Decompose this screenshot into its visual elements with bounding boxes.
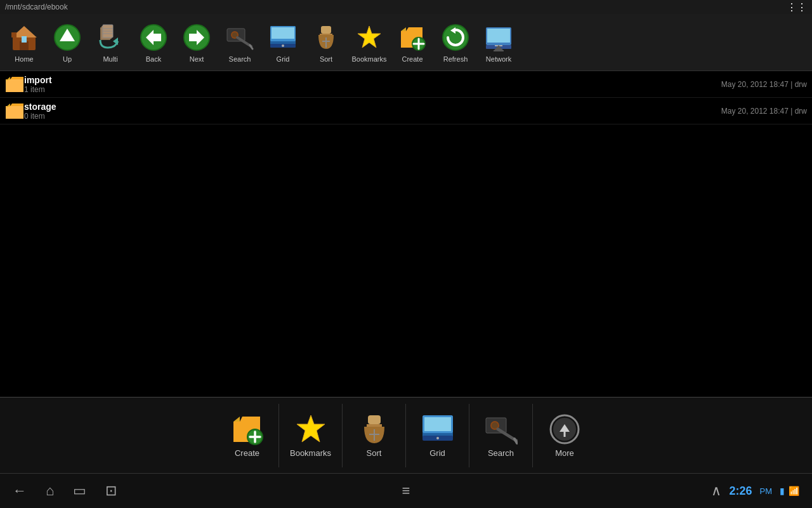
- svg-rect-49: [367, 424, 382, 427]
- multi-button[interactable]: Multi: [89, 16, 132, 69]
- search-toolbar-icon: [225, 22, 255, 53]
- svg-rect-39: [487, 29, 510, 43]
- folder-icon: [5, 102, 24, 120]
- sort-toolbar-icon: [311, 22, 341, 53]
- nav-screenshot-button[interactable]: ⊡: [105, 483, 117, 499]
- current-path: /mnt/sdcard/ebook: [5, 3, 68, 11]
- bookmarks-toolbar-icon: [354, 22, 384, 53]
- bookmarks-bottom-icon: [294, 413, 327, 446]
- nav-home-button[interactable]: ⌂: [46, 483, 54, 499]
- svg-marker-47: [297, 415, 325, 442]
- svg-rect-25: [272, 27, 294, 39]
- more-bottom-icon: [548, 413, 581, 446]
- svg-point-27: [282, 44, 284, 47]
- sort-bottom-button[interactable]: Sort: [343, 404, 406, 467]
- search-bottom-label: Search: [488, 448, 514, 458]
- create-toolbar-button[interactable]: Create: [391, 16, 434, 69]
- next-icon: [181, 22, 212, 53]
- file-count: 0 item: [24, 112, 721, 121]
- bookmarks-bottom-label: Bookmarks: [290, 448, 331, 458]
- create-toolbar-icon: [397, 22, 428, 53]
- svg-rect-2: [20, 41, 29, 50]
- table-row[interactable]: storage 0 item May 20, 2012 18:47 | drw: [0, 98, 812, 124]
- grid-toolbar-label: Grid: [277, 55, 290, 63]
- home-label: Home: [15, 55, 33, 63]
- svg-marker-32: [358, 26, 381, 48]
- create-bottom-button[interactable]: Create: [216, 404, 279, 467]
- file-info: storage 0 item: [24, 102, 721, 121]
- home-icon: [9, 22, 39, 53]
- multi-icon: [95, 22, 126, 53]
- back-button[interactable]: Back: [132, 16, 175, 69]
- file-name: storage: [24, 102, 721, 112]
- svg-point-59: [492, 422, 498, 429]
- grid-bottom-button[interactable]: Grid: [406, 404, 469, 467]
- nav-back-button[interactable]: ←: [13, 483, 27, 499]
- refresh-toolbar-label: Refresh: [443, 55, 468, 63]
- file-meta: May 20, 2012 18:47 | drw: [721, 80, 807, 89]
- network-toolbar-button[interactable]: Network: [477, 16, 520, 69]
- refresh-toolbar-icon: [440, 22, 471, 53]
- signal-icon: 📶: [789, 486, 799, 496]
- up-button[interactable]: Up: [46, 16, 89, 69]
- folder-icon: [5, 76, 24, 93]
- next-button[interactable]: Next: [175, 16, 218, 69]
- file-list: import 1 item May 20, 2012 18:47 | drw s…: [0, 71, 812, 397]
- sort-toolbar-button[interactable]: Sort: [304, 16, 348, 69]
- home-button[interactable]: Home: [3, 16, 46, 69]
- svg-point-56: [436, 437, 439, 439]
- svg-rect-28: [321, 26, 331, 34]
- top-toolbar: Home Up Multi: [0, 14, 812, 71]
- nav-recents-button[interactable]: ▭: [73, 483, 86, 499]
- menu-icon[interactable]: ⋮⋮: [787, 1, 807, 13]
- clock: 2:26: [729, 485, 752, 498]
- bottom-bar: Create Bookmarks Sort: [0, 397, 812, 473]
- create-bottom-label: Create: [235, 448, 259, 458]
- sort-bottom-icon: [358, 413, 391, 446]
- bookmarks-bottom-button[interactable]: Bookmarks: [279, 404, 343, 467]
- search-bottom-icon: [485, 413, 518, 446]
- file-info: import 1 item: [24, 75, 721, 94]
- file-name: import: [24, 75, 721, 85]
- back-label: Back: [146, 55, 161, 63]
- svg-rect-54: [424, 417, 451, 431]
- clock-ampm: PM: [760, 486, 773, 496]
- up-icon: [52, 22, 82, 53]
- network-toolbar-label: Network: [486, 55, 511, 63]
- nav-left: ← ⌂ ▭ ⊡: [13, 483, 117, 499]
- grid-toolbar-button[interactable]: Grid: [261, 16, 304, 69]
- network-toolbar-icon: [483, 22, 514, 53]
- back-icon: [138, 22, 169, 53]
- search-toolbar-button[interactable]: Search: [218, 16, 261, 69]
- nav-right: ∧ 2:26 PM ▮ 📶: [711, 483, 799, 499]
- title-bar: /mnt/sdcard/ebook ⋮⋮: [0, 0, 812, 14]
- sort-toolbar-label: Sort: [320, 55, 332, 63]
- svg-rect-48: [368, 415, 381, 424]
- nav-center: ≡: [402, 483, 410, 499]
- svg-rect-43: [494, 50, 504, 51]
- nav-bar: ← ⌂ ▭ ⊡ ≡ ∧ 2:26 PM ▮ 📶: [0, 473, 812, 508]
- battery-icon: ▮: [780, 486, 785, 496]
- create-toolbar-label: Create: [402, 55, 422, 63]
- svg-rect-4: [11, 32, 16, 37]
- bookmarks-toolbar-label: Bookmarks: [351, 55, 386, 63]
- refresh-toolbar-button[interactable]: Refresh: [434, 16, 477, 69]
- table-row[interactable]: import 1 item May 20, 2012 18:47 | drw: [0, 71, 812, 98]
- file-meta: May 20, 2012 18:47 | drw: [721, 107, 807, 116]
- search-toolbar-label: Search: [229, 55, 251, 63]
- sort-bottom-label: Sort: [367, 448, 382, 458]
- grid-toolbar-icon: [268, 22, 298, 53]
- nav-menu-button[interactable]: ≡: [402, 483, 410, 498]
- status-icons: ▮ 📶: [780, 486, 799, 496]
- more-bottom-label: More: [555, 448, 574, 458]
- search-bottom-button[interactable]: Search: [469, 404, 533, 467]
- file-count: 1 item: [24, 85, 721, 94]
- svg-rect-3: [22, 36, 27, 43]
- nav-up-chevron[interactable]: ∧: [711, 483, 721, 499]
- create-bottom-icon: [231, 413, 264, 446]
- up-label: Up: [63, 55, 72, 63]
- bookmarks-toolbar-button[interactable]: Bookmarks: [348, 16, 391, 69]
- grid-bottom-label: Grid: [429, 448, 445, 458]
- more-bottom-button[interactable]: More: [533, 404, 596, 467]
- grid-bottom-icon: [421, 413, 454, 446]
